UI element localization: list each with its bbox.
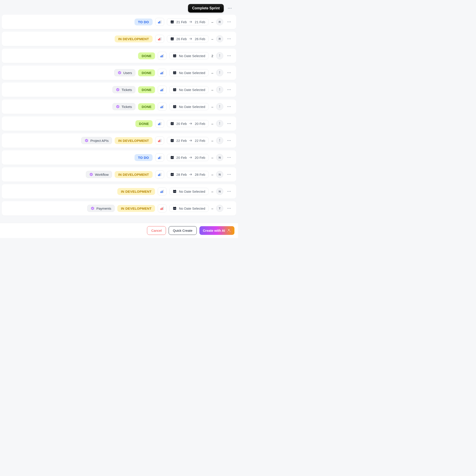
date-range[interactable]: 26 Feb26 Feb (167, 35, 208, 42)
date-range[interactable]: No Date Selected (169, 188, 208, 195)
row-more-button[interactable] (226, 19, 232, 25)
date-range[interactable]: No Date Selected (169, 86, 208, 93)
assignee-avatar[interactable]: R (216, 35, 223, 42)
date-range[interactable]: No Date Selected (169, 103, 208, 110)
svg-point-70 (229, 89, 229, 90)
create-with-ai-button[interactable]: Create with AI (199, 226, 235, 235)
create-with-ai-label: Create with AI (203, 229, 225, 232)
status-badge[interactable]: IN DEVELOPMENT (115, 35, 153, 42)
cancel-button[interactable]: Cancel (147, 226, 166, 235)
priority-button[interactable] (155, 170, 164, 178)
header-more-button[interactable] (226, 4, 234, 12)
svg-rect-110 (173, 139, 173, 140)
date-range[interactable]: 22 Feb22 Feb (167, 137, 208, 144)
priority-button[interactable] (155, 35, 164, 43)
date-range[interactable]: 21 Feb21 Feb (167, 18, 208, 25)
priority-button[interactable] (155, 119, 164, 128)
row-more-button[interactable] (226, 120, 232, 127)
row-more-button[interactable] (226, 36, 232, 42)
priority-bars-icon (160, 53, 165, 58)
date-from: 20 Feb (176, 156, 187, 159)
epic-tag[interactable]: Project APIs (81, 137, 112, 144)
footer-bar: Cancel Quick Create Create with AI (0, 223, 238, 238)
svg-rect-12 (173, 20, 173, 21)
assignee-unassigned[interactable]: ! (216, 137, 223, 144)
row-more-button[interactable] (226, 154, 232, 161)
priority-button[interactable] (158, 69, 167, 77)
date-to: 20 Feb (195, 156, 205, 159)
priority-button[interactable] (158, 204, 167, 212)
assignee-unassigned[interactable]: ! (216, 69, 223, 76)
assignee-unassigned[interactable]: ! (216, 86, 223, 93)
priority-button[interactable] (158, 187, 167, 195)
row-more-button[interactable] (226, 69, 232, 76)
date-range[interactable]: No Date Selected (169, 69, 208, 76)
epic-tag[interactable]: Workflow (86, 171, 112, 178)
assignee-avatar[interactable]: N (216, 188, 223, 195)
date-range[interactable]: No Date Selected (169, 52, 208, 59)
status-badge[interactable]: DONE (138, 103, 155, 110)
date-range[interactable]: 28 Feb28 Feb (167, 171, 208, 178)
priority-button[interactable] (155, 153, 164, 161)
calendar-icon (170, 37, 174, 41)
assignee-avatar[interactable]: R (216, 18, 223, 25)
date-range[interactable]: No Date Selected (169, 205, 208, 212)
status-badge[interactable]: IN DEVELOPMENT (117, 188, 155, 195)
assignee-avatar[interactable]: T (216, 205, 223, 212)
status-badge[interactable]: IN DEVELOPMENT (115, 137, 153, 144)
svg-point-43 (230, 55, 231, 56)
priority-button[interactable] (158, 102, 167, 111)
row-more-button[interactable] (226, 171, 232, 178)
status-badge[interactable]: DONE (138, 52, 155, 59)
svg-rect-130 (158, 174, 159, 176)
status-badge[interactable]: IN DEVELOPMENT (115, 171, 153, 178)
svg-point-84 (229, 106, 229, 107)
status-badge[interactable]: IN DEVELOPMENT (117, 205, 155, 212)
svg-rect-37 (175, 56, 175, 56)
row-more-button[interactable] (226, 53, 232, 59)
assignee-unassigned[interactable]: ! (216, 52, 223, 59)
status-badge[interactable]: DONE (136, 120, 153, 127)
priority-button[interactable] (158, 52, 167, 60)
assignee-avatar[interactable]: N (216, 171, 223, 178)
svg-rect-22 (171, 39, 171, 39)
status-badge[interactable]: TO DO (135, 18, 153, 25)
svg-rect-135 (171, 174, 171, 175)
svg-rect-87 (159, 123, 160, 125)
epic-badge-icon (116, 88, 120, 92)
row-more-button[interactable] (226, 205, 232, 211)
epic-tag[interactable]: Payments (87, 205, 115, 212)
date-range[interactable]: 20 Feb20 Feb (167, 120, 208, 127)
svg-rect-40 (175, 54, 176, 55)
row-more-button[interactable] (226, 137, 232, 144)
svg-rect-78 (174, 107, 174, 107)
priority-button[interactable] (158, 86, 167, 94)
priority-bars-icon (157, 172, 162, 177)
epic-tag[interactable]: Tickets (112, 103, 136, 110)
task-row: TO DO20 Feb20 Feb–N (2, 150, 236, 165)
status-badge[interactable]: TO DO (135, 154, 153, 161)
svg-marker-44 (118, 71, 121, 74)
priority-button[interactable] (155, 136, 164, 145)
svg-rect-167 (175, 207, 176, 208)
assignee-unassigned[interactable]: ! (216, 103, 223, 110)
status-badge[interactable]: DONE (138, 86, 155, 93)
row-more-button[interactable] (226, 86, 232, 93)
epic-tag[interactable]: Users (114, 69, 136, 76)
more-horizontal-icon (227, 70, 231, 75)
assignee-unassigned[interactable]: ! (216, 120, 223, 127)
svg-marker-72 (116, 105, 119, 108)
priority-button[interactable] (155, 18, 164, 26)
row-more-button[interactable] (226, 103, 232, 110)
svg-point-29 (229, 38, 229, 39)
task-row: TicketsDONENo Date Selected–! (2, 83, 236, 97)
more-horizontal-icon (227, 206, 231, 211)
assignee-avatar[interactable]: N (216, 154, 223, 161)
status-badge[interactable]: DONE (138, 69, 155, 76)
epic-tag[interactable]: Tickets (112, 86, 136, 93)
row-more-button[interactable] (226, 188, 232, 194)
quick-create-button[interactable]: Quick Create (169, 226, 197, 235)
date-range[interactable]: 20 Feb20 Feb (167, 154, 208, 161)
date-from: 22 Feb (176, 139, 187, 143)
complete-sprint-button[interactable]: Complete Sprint (188, 4, 224, 13)
